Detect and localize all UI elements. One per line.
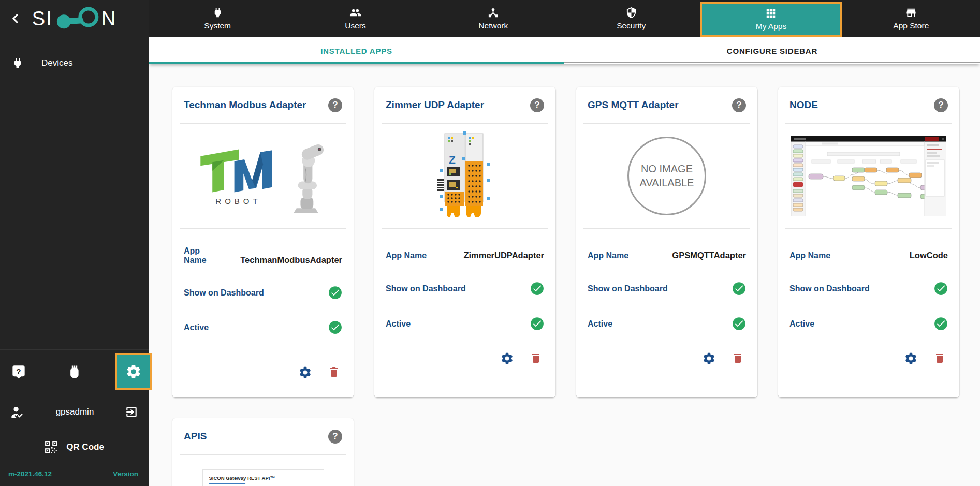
configure-app-button[interactable]: [702, 351, 716, 365]
nav-item-system[interactable]: System: [149, 0, 286, 37]
back-button[interactable]: [8, 11, 23, 26]
device-hub-icon: [487, 7, 499, 19]
check-circle-icon: [328, 320, 342, 334]
version-row: m-2021.46.12 Version: [0, 464, 149, 486]
help-icon[interactable]: ?: [328, 98, 342, 112]
chevron-left-icon: [10, 13, 21, 24]
help-button[interactable]: ?: [11, 364, 26, 379]
tm-robot-logo: ROBOT: [198, 147, 275, 205]
check-circle-icon: [934, 317, 948, 331]
show-on-dashboard-row: Show on Dashboard: [588, 282, 746, 296]
show-on-dashboard-row: Show on Dashboard: [184, 286, 342, 300]
check-circle-icon: [530, 317, 544, 331]
qr-code-row[interactable]: QR Code: [0, 430, 149, 464]
help-icon[interactable]: ?: [328, 430, 342, 444]
active-row: Active: [588, 317, 746, 331]
nav-item-my-apps[interactable]: My Apps: [700, 2, 842, 37]
plug-icon: [212, 7, 224, 19]
check-circle-icon: [530, 282, 544, 296]
delete-app-button[interactable]: [530, 352, 542, 364]
show-on-dashboard-label: Show on Dashboard: [184, 288, 264, 298]
active-row: Active: [386, 317, 544, 331]
app-card-gps-mqtt: GPS MQTT Adapter ? NO IMAGE AVAILABLE Ap…: [576, 87, 757, 397]
card-details: App Name TechmanModbusAdapter Show on Da…: [172, 229, 354, 351]
tab-configure-sidebar[interactable]: CONFIGURE SIDEBAR: [564, 37, 980, 64]
help-icon[interactable]: ?: [530, 98, 544, 112]
nav-label: Network: [478, 21, 508, 31]
configure-app-button[interactable]: [904, 351, 918, 365]
configure-app-button[interactable]: [500, 351, 514, 365]
robot-arm-image: [283, 138, 328, 214]
sidebar: SI N Devices ?: [0, 0, 149, 486]
card-header: GPS MQTT Adapter ?: [576, 87, 757, 123]
check-circle-icon: [328, 286, 342, 300]
trash-icon: [933, 352, 946, 364]
person-check-icon[interactable]: [10, 405, 25, 419]
app-card-apis: APIS ? SICON Gateway REST API™: [172, 418, 354, 486]
check-circle-icon: [934, 282, 948, 296]
active-row: Active: [184, 320, 342, 334]
app-name-row: App Name LowCode: [789, 251, 948, 260]
card-footer: [374, 337, 555, 379]
card-title: APIS: [184, 431, 207, 442]
gear-icon: [702, 351, 716, 365]
card-details: App Name ZimmerUDPAdapter Show on Dashbo…: [374, 229, 555, 337]
card-title: Techman Modbus Adapter: [184, 99, 306, 111]
sidebar-header: SI N: [0, 0, 149, 37]
app-card-zimmer: Zimmer UDP Adapter ? Z: [374, 87, 555, 397]
version-value: m-2021.46.12: [8, 470, 52, 478]
api-doc-link-line: [209, 483, 245, 484]
usb-device-button[interactable]: [67, 364, 82, 379]
app-name-label: App Name: [588, 251, 628, 260]
nav-item-network[interactable]: Network: [425, 0, 562, 37]
cards-row-2: APIS ? SICON Gateway REST API™: [172, 418, 980, 486]
active-label: Active: [588, 319, 612, 329]
active-label: Active: [386, 319, 411, 329]
card-title: NODE: [789, 99, 818, 111]
active-label: Active: [184, 323, 209, 332]
nav-label: App Store: [893, 21, 929, 31]
gear-icon: [298, 365, 312, 379]
tab-installed-apps[interactable]: INSTALLED APPS: [149, 37, 564, 64]
app-name-value: ZimmerUDPAdapter: [463, 251, 544, 260]
card-footer: [576, 337, 757, 379]
delete-app-button[interactable]: [933, 352, 946, 364]
show-on-dashboard-label: Show on Dashboard: [588, 284, 668, 293]
app-name-label: App Name: [789, 251, 830, 260]
sidebar-item-label: Devices: [41, 58, 72, 68]
configure-app-button[interactable]: [298, 365, 312, 379]
sidebar-icons-row: ?: [0, 349, 149, 393]
tab-label: CONFIGURE SIDEBAR: [727, 47, 817, 55]
check-circle-icon: [732, 317, 746, 331]
card-header: Zimmer UDP Adapter ?: [374, 87, 555, 123]
settings-button[interactable]: [115, 353, 152, 390]
show-on-dashboard-label: Show on Dashboard: [386, 284, 466, 293]
svg-text:Z: Z: [449, 154, 456, 166]
app-name-value: LowCode: [910, 251, 948, 260]
sidebar-item-devices[interactable]: Devices: [0, 51, 149, 76]
logout-icon[interactable]: [125, 405, 138, 419]
sicon-logo: SI N: [32, 7, 116, 31]
app-card-node: NODE ?: [778, 87, 959, 397]
nav-label: Security: [617, 21, 646, 31]
nav-item-app-store[interactable]: App Store: [842, 0, 980, 37]
help-icon[interactable]: ?: [934, 98, 948, 112]
help-icon[interactable]: ?: [732, 98, 746, 112]
nav-label: My Apps: [756, 22, 786, 31]
delete-app-button[interactable]: [732, 352, 744, 364]
tab-label: INSTALLED APPS: [320, 47, 392, 55]
delete-app-button[interactable]: [328, 366, 340, 378]
app-name-row: App Name TechmanModbusAdapter: [184, 246, 342, 265]
qr-code-label: QR Code: [66, 442, 104, 452]
card-details: App Name GPSMQTTAdapter Show on Dashboar…: [576, 229, 757, 337]
installed-apps-panel: Techman Modbus Adapter ? ROBOT: [149, 64, 980, 486]
gear-icon: [125, 363, 142, 380]
nav-item-security[interactable]: Security: [562, 0, 700, 37]
nav-item-users[interactable]: Users: [286, 0, 424, 37]
version-label: Version: [113, 470, 138, 478]
tm-logo-caption: ROBOT: [212, 197, 261, 205]
app-name-value: TechmanModbusAdapter: [240, 255, 342, 265]
tab-bar: INSTALLED APPS CONFIGURE SIDEBAR: [149, 37, 980, 64]
trash-icon: [328, 366, 340, 378]
app-image-techman: ROBOT: [172, 124, 354, 228]
